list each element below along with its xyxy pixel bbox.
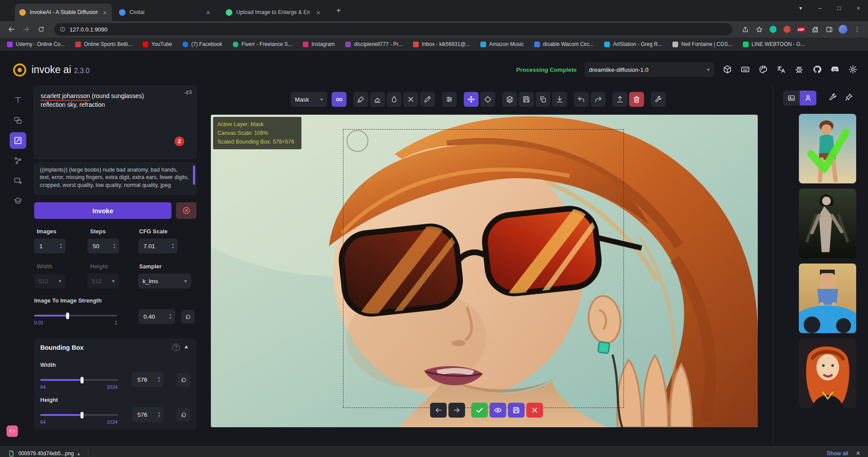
language-translate-icon[interactable] bbox=[777, 65, 786, 74]
discord-icon[interactable] bbox=[830, 65, 840, 74]
stepper[interactable]: ▲▼ bbox=[172, 243, 175, 250]
forward-button[interactable] bbox=[20, 23, 32, 35]
move-tool-button[interactable] bbox=[464, 92, 479, 107]
redo-button[interactable] bbox=[591, 92, 606, 107]
extension-abp-icon[interactable]: ABP bbox=[795, 24, 807, 35]
share-icon[interactable] bbox=[739, 24, 751, 35]
extension-mute-icon[interactable] bbox=[781, 24, 793, 35]
preserve-mask-button[interactable] bbox=[332, 92, 346, 107]
gallery-thumbnail[interactable] bbox=[799, 338, 856, 408]
stepper[interactable]: ▲▼ bbox=[158, 376, 161, 383]
bookmark-item[interactable]: Neil Fontaine | CGS... bbox=[672, 41, 732, 47]
i2i-strength-input[interactable]: 0.40▲▼ bbox=[138, 309, 175, 324]
model-manager-cube-icon[interactable] bbox=[723, 65, 732, 74]
bookmark-item[interactable]: Udemy - Online Co... bbox=[7, 41, 65, 47]
side-panel-icon[interactable] bbox=[823, 24, 835, 35]
brush-options-button[interactable] bbox=[442, 92, 457, 107]
site-info-icon[interactable] bbox=[60, 26, 66, 32]
i2i-strength-slider[interactable] bbox=[34, 315, 117, 316]
undo-button[interactable] bbox=[574, 92, 589, 107]
browser-tab-upload[interactable]: Upload Image to Enlarge & Enha... × bbox=[221, 4, 326, 21]
bookmark-item[interactable]: (7) Facebook bbox=[182, 41, 222, 47]
negative-prompt-scrollbar[interactable] bbox=[193, 165, 195, 185]
reload-button[interactable] bbox=[35, 23, 47, 35]
url-omnibox[interactable]: 127.0.0.1:9090 bbox=[54, 23, 732, 35]
bookmark-item[interactable]: disciplenell777 - Pr... bbox=[345, 41, 402, 47]
tab-unified-canvas[interactable] bbox=[10, 132, 26, 149]
bookmark-item[interactable]: Fiverr - Freelance S... bbox=[233, 41, 292, 47]
profile-avatar[interactable] bbox=[837, 24, 849, 35]
bookmark-star-icon[interactable] bbox=[753, 24, 765, 35]
tab-text-to-image[interactable] bbox=[10, 92, 26, 109]
canvas-bounding-box-overlay[interactable] bbox=[343, 129, 624, 408]
help-question-icon[interactable]: ? bbox=[172, 344, 180, 351]
tab-post-processing[interactable] bbox=[10, 172, 26, 189]
cancel-button[interactable] bbox=[176, 202, 196, 219]
bookmark-item[interactable]: Inbox - klk56831@... bbox=[413, 41, 470, 47]
clear-canvas-button[interactable] bbox=[629, 92, 644, 107]
github-icon[interactable] bbox=[812, 65, 822, 74]
layer-select[interactable]: Mask▾ bbox=[290, 92, 327, 107]
browser-tab-invokeai[interactable]: InvokeAI - A Stable Diffusion Too... × bbox=[15, 4, 112, 21]
browser-menu-kebab[interactable]: ⋮ bbox=[851, 24, 863, 35]
bookmark-item[interactable]: Amazon Music bbox=[480, 41, 524, 47]
slider-thumb[interactable] bbox=[80, 377, 84, 383]
window-minimize-button[interactable]: – bbox=[810, 1, 830, 15]
bbox-width-reset-button[interactable] bbox=[177, 373, 190, 387]
next-image-button[interactable] bbox=[448, 403, 465, 418]
bbox-height-slider[interactable] bbox=[40, 414, 118, 416]
download-expand-caret[interactable]: ▴ bbox=[77, 450, 80, 457]
brush-tool-button[interactable] bbox=[354, 92, 368, 107]
gallery-settings-button[interactable] bbox=[829, 93, 837, 102]
new-tab-button[interactable]: + bbox=[332, 5, 345, 16]
tab-close-icon[interactable]: × bbox=[102, 9, 108, 16]
eraser-tool-button[interactable] bbox=[370, 92, 385, 107]
save-to-gallery-button[interactable] bbox=[519, 92, 534, 107]
download-image-button[interactable] bbox=[552, 92, 567, 107]
prompt-textarea[interactable]: scarlett johansson (round sunglasses) re… bbox=[34, 86, 196, 159]
window-maximize-button[interactable]: □ bbox=[830, 1, 849, 15]
settings-gear-icon[interactable] bbox=[848, 65, 858, 74]
extensions-puzzle-icon[interactable] bbox=[809, 24, 821, 35]
bookmark-item[interactable]: YouTube bbox=[143, 41, 172, 47]
gallery-panel-divider[interactable] bbox=[773, 86, 773, 445]
accept-image-button[interactable] bbox=[471, 403, 488, 418]
upload-image-button[interactable] bbox=[612, 92, 627, 107]
back-button[interactable] bbox=[5, 23, 18, 35]
bookmark-item[interactable]: Online Sports Betti... bbox=[75, 41, 132, 47]
console-toggle-button[interactable] bbox=[7, 425, 18, 437]
fill-bounding-box-button[interactable] bbox=[387, 92, 402, 107]
slider-thumb[interactable] bbox=[66, 313, 69, 319]
bbox-height-reset-button[interactable] bbox=[177, 408, 190, 422]
erase-bounding-box-button[interactable] bbox=[403, 92, 418, 107]
tab-image-to-image[interactable] bbox=[10, 112, 26, 129]
gallery-thumbnail-selected[interactable] bbox=[799, 114, 856, 183]
copy-to-clipboard-button[interactable] bbox=[536, 92, 550, 107]
window-close-button[interactable]: × bbox=[849, 1, 868, 15]
tab-search-icon[interactable]: ▾ bbox=[791, 1, 810, 15]
tab-training[interactable] bbox=[10, 193, 26, 209]
hotkeys-keyboard-icon[interactable] bbox=[741, 65, 750, 74]
bbox-width-input[interactable]: 576▲▼ bbox=[132, 372, 164, 387]
negative-prompt-textarea[interactable]: ((implants)) (large boobs) nude bad anat… bbox=[34, 162, 196, 195]
stepper[interactable]: ▲▼ bbox=[169, 313, 172, 320]
merge-layers-button[interactable] bbox=[502, 92, 517, 107]
collapse-caret-icon[interactable]: ▴ bbox=[185, 342, 188, 350]
tab-nodes[interactable] bbox=[10, 152, 26, 169]
extension-grammarly-icon[interactable] bbox=[767, 24, 779, 35]
cfg-input[interactable]: 7.01▲▼ bbox=[138, 239, 178, 253]
bookmark-item[interactable]: ArtStation - Greg R... bbox=[604, 41, 662, 47]
download-bar-close-icon[interactable]: × bbox=[856, 450, 860, 457]
gallery-results-tab[interactable] bbox=[800, 91, 816, 105]
download-item[interactable]: 000979.40d74eb5...png ▴ bbox=[4, 450, 84, 457]
stepper[interactable]: ▲▼ bbox=[60, 243, 63, 250]
reset-view-button[interactable] bbox=[480, 92, 495, 107]
theme-palette-icon[interactable] bbox=[759, 65, 768, 74]
gallery-thumbnail[interactable] bbox=[799, 189, 856, 258]
discard-image-button[interactable] bbox=[526, 403, 543, 418]
invoke-button[interactable]: Invoke bbox=[34, 202, 172, 219]
stepper[interactable]: ▲▼ bbox=[158, 411, 161, 418]
i2i-reset-button[interactable] bbox=[181, 310, 195, 323]
tab-close-icon[interactable]: × bbox=[205, 9, 211, 16]
show-all-downloads-link[interactable]: Show all bbox=[827, 450, 848, 457]
